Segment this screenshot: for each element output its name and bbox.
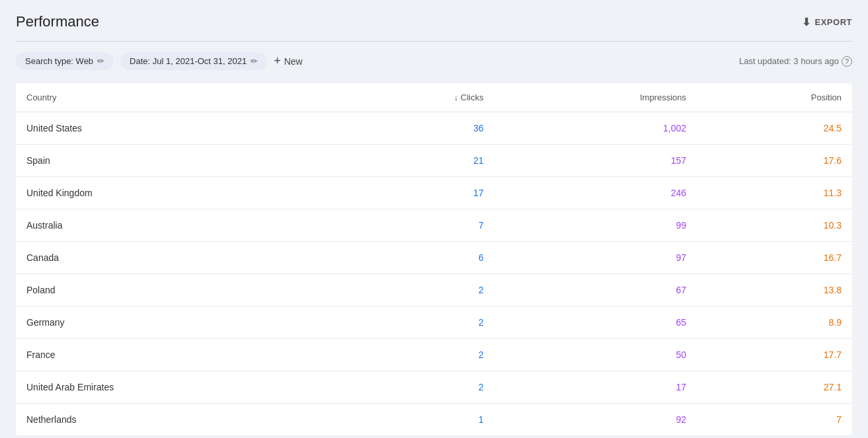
- clicks-cell: 36: [342, 112, 494, 145]
- edit-icon-date: ✏: [251, 56, 258, 66]
- table-row: United States361,00224.5: [16, 112, 852, 145]
- table-row: Germany2658.9: [16, 307, 852, 339]
- table-row: United Arab Emirates21727.1: [16, 371, 852, 404]
- table-header-row: Country ↓ Clicks Impressions Position: [16, 83, 852, 112]
- plus-icon: +: [274, 54, 281, 68]
- table-row: Spain2115717.6: [16, 145, 852, 177]
- download-icon: ⬇: [802, 16, 811, 28]
- position-cell: 16.7: [697, 242, 852, 274]
- country-cell: United States: [16, 112, 342, 145]
- table-row: United Kingdom1724611.3: [16, 177, 852, 209]
- country-cell: United Arab Emirates: [16, 371, 342, 404]
- date-filter[interactable]: Date: Jul 1, 2021-Oct 31, 2021 ✏: [120, 52, 267, 70]
- export-label: EXPORT: [815, 17, 852, 27]
- country-cell: Canada: [16, 242, 342, 274]
- position-cell: 27.1: [697, 371, 852, 404]
- position-cell: 13.8: [697, 274, 852, 307]
- table-row: Australia79910.3: [16, 209, 852, 242]
- country-cell: France: [16, 339, 342, 371]
- table-row: Netherlands1927: [16, 404, 852, 436]
- country-cell: Australia: [16, 209, 342, 242]
- column-position: Position: [697, 83, 852, 112]
- clicks-cell: 21: [342, 145, 494, 177]
- table-body: United States361,00224.5Spain2115717.6Un…: [16, 112, 852, 436]
- table-container: Country ↓ Clicks Impressions Position: [16, 83, 852, 435]
- impressions-cell: 17: [494, 371, 697, 404]
- last-updated-text: Last updated: 3 hours ago: [739, 56, 839, 66]
- position-cell: 11.3: [697, 177, 852, 209]
- clicks-cell: 2: [342, 307, 494, 339]
- table-row: Poland26713.8: [16, 274, 852, 307]
- clicks-cell: 2: [342, 274, 494, 307]
- country-cell: United Kingdom: [16, 177, 342, 209]
- table-row: France25017.7: [16, 339, 852, 371]
- column-impressions: Impressions: [494, 83, 697, 112]
- country-cell: Spain: [16, 145, 342, 177]
- clicks-cell: 2: [342, 371, 494, 404]
- position-cell: 7: [697, 404, 852, 436]
- impressions-cell: 92: [494, 404, 697, 436]
- performance-table: Country ↓ Clicks Impressions Position: [16, 83, 852, 435]
- column-country: Country: [16, 83, 342, 112]
- position-cell: 17.7: [697, 339, 852, 371]
- help-icon[interactable]: ?: [842, 56, 852, 67]
- impressions-cell: 50: [494, 339, 697, 371]
- page-container: Performance ⬇ EXPORT Search type: Web ✏ …: [0, 0, 868, 438]
- header-row: Performance ⬇ EXPORT: [16, 13, 852, 42]
- position-cell: 10.3: [697, 209, 852, 242]
- date-label: Date: Jul 1, 2021-Oct 31, 2021: [130, 56, 247, 66]
- country-cell: Netherlands: [16, 404, 342, 436]
- position-cell: 8.9: [697, 307, 852, 339]
- clicks-cell: 1: [342, 404, 494, 436]
- export-button[interactable]: ⬇ EXPORT: [802, 16, 852, 28]
- clicks-cell: 7: [342, 209, 494, 242]
- impressions-cell: 65: [494, 307, 697, 339]
- table-row: Canada69716.7: [16, 242, 852, 274]
- impressions-cell: 97: [494, 242, 697, 274]
- search-type-label: Search type: Web: [25, 56, 93, 66]
- edit-icon: ✏: [97, 56, 104, 66]
- last-updated: Last updated: 3 hours ago ?: [739, 56, 852, 67]
- page-title: Performance: [16, 13, 99, 30]
- filter-row: Search type: Web ✏ Date: Jul 1, 2021-Oct…: [16, 52, 852, 70]
- filter-left: Search type: Web ✏ Date: Jul 1, 2021-Oct…: [16, 52, 303, 70]
- country-cell: Poland: [16, 274, 342, 307]
- impressions-cell: 246: [494, 177, 697, 209]
- sort-arrow-icon: ↓: [454, 93, 458, 102]
- column-clicks[interactable]: ↓ Clicks: [342, 83, 494, 112]
- impressions-cell: 67: [494, 274, 697, 307]
- position-cell: 24.5: [697, 112, 852, 145]
- position-cell: 17.6: [697, 145, 852, 177]
- impressions-cell: 1,002: [494, 112, 697, 145]
- clicks-cell: 2: [342, 339, 494, 371]
- impressions-cell: 157: [494, 145, 697, 177]
- new-button[interactable]: + New: [274, 54, 303, 68]
- clicks-cell: 6: [342, 242, 494, 274]
- impressions-cell: 99: [494, 209, 697, 242]
- clicks-cell: 17: [342, 177, 494, 209]
- search-type-filter[interactable]: Search type: Web ✏: [16, 52, 114, 70]
- new-label: New: [284, 56, 303, 67]
- country-cell: Germany: [16, 307, 342, 339]
